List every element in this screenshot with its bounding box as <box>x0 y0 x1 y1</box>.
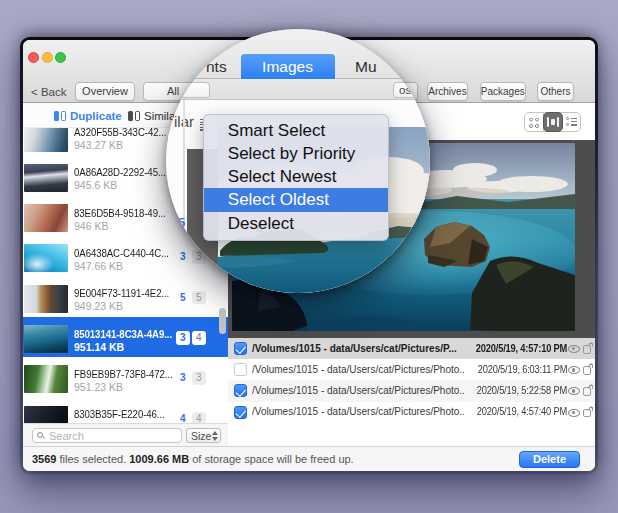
file-name: A320F55B-343C-42... <box>74 128 166 138</box>
file-path: /Volumes/1015 - data/Users/cat/Pictures/… <box>252 364 464 375</box>
stepper-arrows-icon <box>211 430 219 442</box>
status-footer: 3569 files selected. 1009.66 MB of stora… <box>23 446 595 471</box>
view-mode-segmented-control <box>524 112 581 132</box>
selected-count-badge: 3 <box>176 371 190 385</box>
file-size: 951.23 KB <box>74 381 123 393</box>
checked-checkbox[interactable] <box>234 342 247 355</box>
file-name: FB9EB9B7-73F8-472... <box>74 368 173 380</box>
list-view-icon <box>566 117 577 128</box>
selected-count: 3569 <box>32 453 56 465</box>
quicklook-eye-icon[interactable] <box>568 345 580 353</box>
tab-music-fragment[interactable]: Mu <box>355 58 377 76</box>
selected-count-badge: 3 <box>176 250 190 264</box>
status-text-end: of storage space will be freed up. <box>189 453 353 465</box>
filter-packages-button[interactable]: Packages <box>480 82 527 101</box>
duplicate-path-row[interactable]: /Volumes/1015 - data/Users/cat/Pictures/… <box>228 402 595 423</box>
tab-images[interactable]: Images <box>241 54 335 79</box>
loupe-toolbar: os <box>166 79 430 100</box>
filter-others-button[interactable]: Others <box>537 82 574 101</box>
similar-icon <box>128 111 140 121</box>
file-group-row[interactable]: 85013141-8C3A-4A9...951.14 KB34 <box>23 317 228 357</box>
duplicate-path-row[interactable]: /Volumes/1015 - data/Users/cat/Pictures/… <box>228 338 595 359</box>
tab-duplicate[interactable]: Duplicate <box>54 109 122 123</box>
checked-checkbox[interactable] <box>234 384 247 397</box>
file-thumbnail-dark-motorbike <box>24 406 68 423</box>
duplicate-paths-table: /Volumes/1015 - data/Users/cat/Pictures/… <box>228 338 595 423</box>
menu-item-select-oldest[interactable]: Select Oldest <box>204 188 388 211</box>
search-placeholder: Search <box>49 430 84 442</box>
quicklook-eye-icon[interactable] <box>568 409 580 417</box>
sidebar-search-row: Search Size <box>23 423 228 446</box>
quicklook-eye-icon[interactable] <box>568 387 580 395</box>
total-count-badge: 5 <box>192 291 206 305</box>
total-count-badge: 4 <box>192 331 206 345</box>
file-group-row[interactable]: 9E004F73-1191-4E2...949.23 KB55 <box>23 277 228 317</box>
back-button[interactable]: < Back <box>31 86 66 98</box>
file-name: 8303B35F-E220-46... <box>74 408 165 420</box>
total-count-badge: 4 <box>192 412 206 423</box>
menu-item-select-newest[interactable]: Select Newest <box>204 165 388 188</box>
file-thumbnail-aqua-wave <box>24 244 68 272</box>
filter-archives-button[interactable]: Archives <box>427 82 468 101</box>
file-path: /Volumes/1015 - data/Users/cat/Pictures/… <box>252 343 457 354</box>
file-thumbnail-warm-portrait <box>24 204 68 232</box>
view-list-button[interactable] <box>562 113 580 131</box>
file-name: 0A6438AC-C440-4C... <box>74 247 169 259</box>
file-thumbnail-beach-pier <box>24 128 68 152</box>
reveal-in-finder-icon[interactable] <box>583 343 594 354</box>
menu-item-smart-select[interactable]: Smart Select <box>204 119 388 142</box>
reveal-in-finder-icon[interactable] <box>583 364 594 375</box>
file-size: 946 KB <box>74 220 108 232</box>
magnifier-loupe: ilar nts Images Mu os 5 <box>166 29 430 293</box>
file-size: 947.66 KB <box>74 260 123 272</box>
duplicate-path-row[interactable]: /Volumes/1015 - data/Users/cat/Pictures/… <box>228 380 595 401</box>
menu-item-select-by-priority[interactable]: Select by Priority <box>204 142 388 165</box>
reveal-in-finder-icon[interactable] <box>583 407 594 418</box>
delete-button[interactable]: Delete <box>519 451 580 468</box>
sort-by-size-dropdown[interactable]: Size <box>186 428 221 444</box>
search-icon <box>37 432 45 440</box>
file-thumbnail-snowy-peaks <box>24 164 68 192</box>
reveal-in-finder-icon[interactable] <box>583 385 594 396</box>
freed-space: 1009.66 MB <box>129 453 189 465</box>
quicklook-eye-icon[interactable] <box>568 366 580 374</box>
file-size: 943.27 KB <box>74 139 123 151</box>
selected-count-badge: 5 <box>176 291 190 305</box>
duplicate-path-row[interactable]: /Volumes/1015 - data/Users/cat/Pictures/… <box>228 359 595 380</box>
sidebar-scrollbar[interactable] <box>219 308 226 334</box>
file-group-row[interactable]: FB9EB9B7-73F8-472...951.23 KB33 <box>23 357 228 397</box>
sort-label: Size <box>191 430 211 442</box>
file-size: 949.23 KB <box>74 300 123 312</box>
checked-checkbox[interactable] <box>234 406 247 419</box>
desktop-background: < Back Overview All Archives Packages Ot… <box>0 0 618 513</box>
file-name: 0A86A28D-2292-45... <box>74 166 166 178</box>
view-grid-button[interactable] <box>525 113 544 131</box>
overview-button[interactable]: Overview <box>75 82 135 101</box>
file-date: 2020/5/19, 6:03:11 PM <box>477 364 567 375</box>
search-input[interactable]: Search <box>32 428 182 444</box>
file-size: 945.6 KB <box>74 179 117 191</box>
status-text: 3569 files selected. 1009.66 MB of stora… <box>32 453 354 465</box>
tab-duplicate-label: Duplicate <box>70 110 122 122</box>
file-group-row[interactable]: 8303B35F-E220-46...953.08 KB44 <box>23 398 228 423</box>
file-date: 2020/5/19, 5:22:58 PM <box>477 385 567 396</box>
menu-item-deselect[interactable]: Deselect <box>204 212 388 235</box>
selected-count-badge: 3 <box>176 331 190 345</box>
minimize-window-button[interactable] <box>42 52 53 63</box>
select-dropdown-menu: Smart SelectSelect by PrioritySelect New… <box>203 114 389 241</box>
zoom-window-button[interactable] <box>55 52 66 63</box>
unchecked-checkbox[interactable] <box>234 363 247 376</box>
file-date: 2020/5/19, 4:57:10 PM <box>476 343 567 354</box>
preview-view-icon <box>547 117 559 127</box>
total-count-badge: 3 <box>192 371 206 385</box>
view-preview-button[interactable] <box>543 112 563 132</box>
file-date: 2020/5/19, 4:57:40 PM <box>477 406 567 417</box>
file-name: 9E004F73-1191-4E2... <box>74 287 169 299</box>
close-window-button[interactable] <box>28 52 39 63</box>
file-name: 85013141-8C3A-4A9... <box>74 328 172 340</box>
selected-count-badge: 4 <box>176 412 190 423</box>
file-path: /Volumes/1015 - data/Users/cat/Pictures/… <box>252 406 464 417</box>
file-thumbnail-forest-waterfall <box>24 365 68 393</box>
duplicate-icon <box>54 111 66 121</box>
file-thumbnail-dog-car-window <box>24 285 68 313</box>
